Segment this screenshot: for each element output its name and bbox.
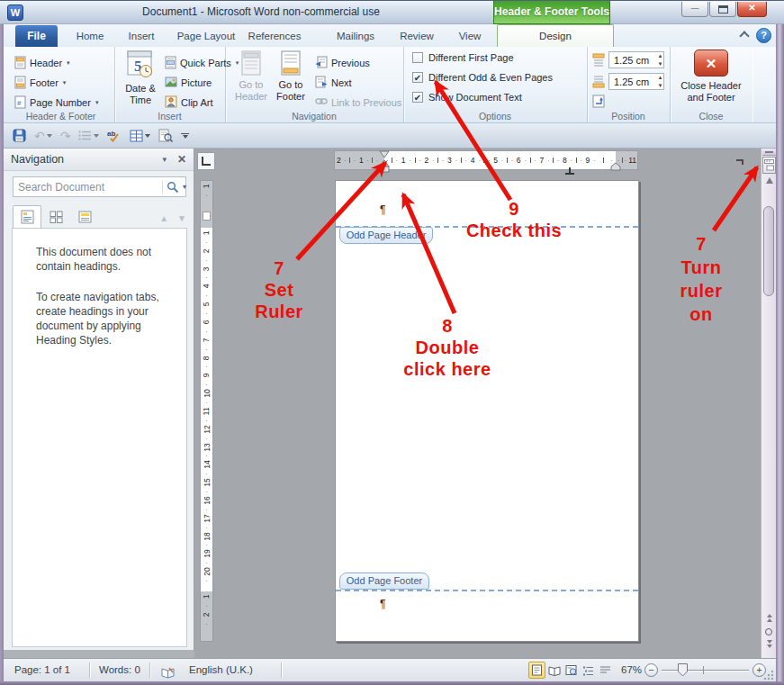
page-count[interactable]: Page: 1 of 1 xyxy=(14,659,70,681)
undo-button[interactable]: ↶ xyxy=(34,130,52,142)
split-window-handle[interactable] xyxy=(762,149,776,156)
option-different-first-page[interactable]: Different First Page xyxy=(412,52,514,63)
print-preview-button[interactable] xyxy=(158,129,173,142)
tab-review[interactable]: Review xyxy=(392,25,441,47)
search-icon[interactable] xyxy=(162,181,183,194)
center-tab-stop-marker[interactable] xyxy=(565,162,574,178)
spin-down-icon[interactable]: ▼ xyxy=(658,61,663,67)
header-button[interactable]: Header ▾ xyxy=(14,54,70,72)
tab-file[interactable]: File xyxy=(15,25,58,47)
table-icon xyxy=(130,130,143,142)
tab-home[interactable]: Home xyxy=(68,25,112,47)
clip-art-button[interactable]: Clip Art xyxy=(165,94,212,112)
help-button[interactable]: ? xyxy=(756,28,771,43)
word-app-icon[interactable]: W xyxy=(7,5,23,21)
option-show-document-text[interactable]: ✔ Show Document Text xyxy=(412,92,522,103)
maximize-button[interactable] xyxy=(709,2,736,17)
tab-browse-pages[interactable] xyxy=(41,205,70,229)
previous-heading-icon[interactable]: ▲ xyxy=(159,213,168,223)
next-button[interactable]: Next xyxy=(315,74,352,92)
tab-references[interactable]: References xyxy=(243,25,306,47)
vertical-scrollbar[interactable] xyxy=(761,149,776,658)
ruler-text-area-vertical: 1·2·3·4·5·6·7·8·9·10·11·12·13·14·15·16·1… xyxy=(201,228,212,591)
insert-alignment-tab-icon[interactable] xyxy=(592,95,606,112)
outline-view-button[interactable] xyxy=(580,662,597,679)
word-count[interactable]: Words: 0 xyxy=(99,659,140,681)
header-label: Header xyxy=(30,58,62,68)
previous-button[interactable]: Previous xyxy=(315,54,370,72)
save-button[interactable] xyxy=(13,129,26,142)
clip-art-icon xyxy=(165,95,177,110)
footer-button[interactable]: Footer ▾ xyxy=(14,74,66,92)
view-ruler-toggle-button[interactable] xyxy=(762,157,776,174)
checkbox-icon[interactable]: ✔ xyxy=(412,92,423,103)
list-caret-icon[interactable] xyxy=(94,134,99,138)
link-icon xyxy=(315,96,328,109)
checkbox-icon[interactable]: ✔ xyxy=(412,72,423,83)
date-time-button[interactable]: 5 Date & Time xyxy=(120,50,161,110)
search-box[interactable]: ▾ xyxy=(13,176,186,197)
pane-close-icon[interactable]: ✕ xyxy=(177,153,186,166)
tab-mailings[interactable]: Mailings xyxy=(326,25,385,47)
link-to-previous-button[interactable]: Link to Previous xyxy=(315,94,401,112)
zoom-level[interactable]: 67% xyxy=(621,659,642,681)
insert-table-button[interactable] xyxy=(130,130,150,142)
close-icon: ✕ xyxy=(748,3,755,13)
pane-options-caret-icon[interactable]: ▾ xyxy=(162,155,167,164)
scroll-up-arrow[interactable] xyxy=(761,177,777,184)
ruler-header-area-box xyxy=(203,212,211,221)
go-to-header-label: Go to Header xyxy=(232,79,270,103)
previous-page-button[interactable] xyxy=(761,614,777,622)
tab-page-layout[interactable]: Page Layout xyxy=(171,25,241,47)
next-heading-icon[interactable]: ▼ xyxy=(177,213,186,223)
title-bar[interactable]: W Document1 - Microsoft Word non-commerc… xyxy=(0,0,784,24)
next-page-button[interactable] xyxy=(761,640,777,648)
checkbox-icon[interactable] xyxy=(412,52,423,63)
redo-button[interactable]: ↷ xyxy=(60,130,71,142)
draft-view-button[interactable] xyxy=(597,662,614,679)
right-indent-marker[interactable] xyxy=(610,158,621,175)
zoom-slider-track[interactable] xyxy=(662,670,749,671)
select-browse-object-button[interactable] xyxy=(765,628,772,635)
close-header-footer-button[interactable]: ✕ Close Header and Footer xyxy=(677,50,745,111)
web-layout-view-button[interactable] xyxy=(563,662,580,679)
tab-stop-selector[interactable] xyxy=(197,152,215,170)
undo-caret-icon[interactable] xyxy=(47,134,52,138)
close-window-button[interactable]: ✕ xyxy=(737,2,767,17)
print-layout-view-button[interactable] xyxy=(528,662,545,679)
language-status[interactable]: English (U.K.) xyxy=(189,659,253,681)
proofing-status-icon[interactable] xyxy=(161,664,176,685)
table-caret-icon[interactable] xyxy=(145,134,150,138)
search-options-caret-icon[interactable]: ▾ xyxy=(183,183,190,191)
spelling-icon: ab xyxy=(107,129,122,142)
go-to-header-button[interactable]: Go to Header xyxy=(232,50,270,110)
option-different-odd-even[interactable]: ✔ Different Odd & Even Pages xyxy=(412,72,553,83)
full-screen-reading-view-button[interactable] xyxy=(545,662,563,679)
search-input[interactable] xyxy=(14,181,162,194)
spin-down-icon[interactable]: ▼ xyxy=(658,83,663,88)
tab-insert[interactable]: Insert xyxy=(119,25,164,47)
scrollbar-thumb[interactable] xyxy=(763,206,774,296)
minimize-button[interactable]: — xyxy=(681,2,708,17)
next-icon xyxy=(315,76,328,90)
paragraph-list-button[interactable] xyxy=(78,130,99,141)
customize-qat-button[interactable] xyxy=(181,133,189,139)
go-to-footer-button[interactable]: Go to Footer xyxy=(272,50,310,110)
spelling-grammar-button[interactable]: ab xyxy=(107,129,122,142)
header-from-top-spinner[interactable]: ▲▼ xyxy=(655,51,665,68)
spin-up-icon[interactable]: ▲ xyxy=(658,53,663,59)
indent-marker[interactable] xyxy=(378,150,391,177)
tab-design-active[interactable]: Design xyxy=(497,24,614,47)
tab-browse-headings[interactable] xyxy=(13,205,41,229)
collapse-ribbon-chevron-icon[interactable] xyxy=(741,32,748,40)
zoom-out-button[interactable]: − xyxy=(644,663,658,677)
vertical-ruler[interactable]: 1· 1·2·3·4·5·6·7·8·9·10·11·12·13·14·15·1… xyxy=(200,180,213,642)
window-resize-grip[interactable] xyxy=(763,669,774,680)
picture-button[interactable]: Picture xyxy=(165,74,212,92)
zoom-slider-thumb[interactable] xyxy=(678,663,688,679)
spin-up-icon[interactable]: ▲ xyxy=(658,75,663,80)
tab-browse-results[interactable] xyxy=(70,205,99,229)
page-number-button[interactable]: # Page Number ▾ xyxy=(14,94,98,112)
footer-from-bottom-spinner[interactable]: ▲▼ xyxy=(655,73,665,90)
tab-view[interactable]: View xyxy=(448,25,491,47)
